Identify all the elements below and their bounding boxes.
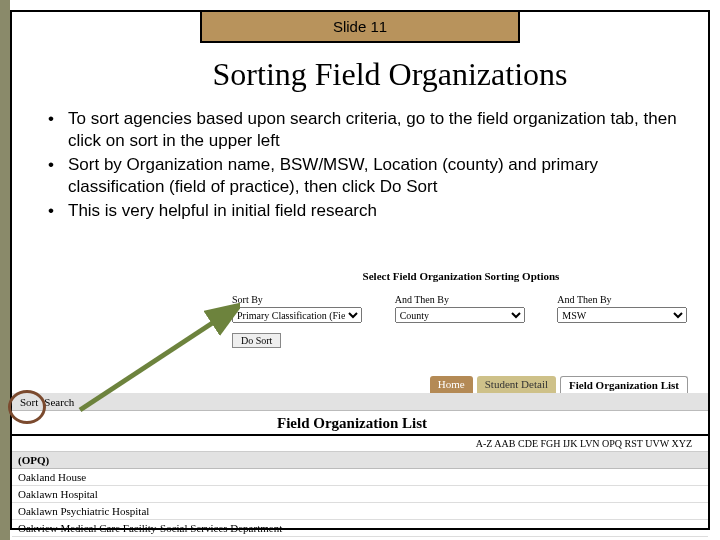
tab-row: Home Student Detail Field Organization L… (12, 376, 708, 393)
field-org-list-block: Home Student Detail Field Organization L… (12, 376, 708, 537)
alpha-index[interactable]: A-Z AAB CDE FGH IJK LVN OPQ RST UVW XYZ (476, 438, 692, 449)
sort-options-panel: Select Field Organization Sorting Option… (232, 270, 690, 348)
do-sort-button[interactable]: Do Sort (232, 333, 281, 348)
and-then-by-label-1: And Then By (395, 294, 528, 305)
org-list-item[interactable]: Oakland House (12, 469, 708, 486)
sort-by-label: Sort By (232, 294, 365, 305)
field-org-list-title: Field Organization List (277, 415, 427, 432)
bullet-item: To sort agencies based upon search crite… (56, 108, 690, 152)
bullet-list: To sort agencies based upon search crite… (56, 108, 690, 224)
alpha-group-header: (OPQ) (12, 452, 708, 469)
sort-panel-heading: Select Field Organization Sorting Option… (232, 270, 690, 282)
and-then-by-select-1[interactable]: County (395, 307, 525, 323)
org-list-item[interactable]: Oaklawn Psychiatric Hospital (12, 503, 708, 520)
tab-field-org-list[interactable]: Field Organization List (560, 376, 688, 393)
org-list-item[interactable]: Oaklawn Hospital (12, 486, 708, 503)
slide-number-label: Slide 11 (200, 10, 520, 43)
action-bar: Sort Search (12, 393, 708, 411)
bullet-item: Sort by Organization name, BSW/MSW, Loca… (56, 154, 690, 198)
tab-student-detail[interactable]: Student Detail (477, 376, 556, 393)
bullet-item: This is very helpful in initial field re… (56, 200, 690, 222)
org-list-item[interactable]: Oakview Medical Care Facility-Social Ser… (12, 520, 708, 537)
sort-by-select[interactable]: Primary Classification (Field of Practic (232, 307, 362, 323)
sort-link[interactable]: Sort (20, 396, 38, 408)
and-then-by-select-2[interactable]: MSW (557, 307, 687, 323)
org-list: Oakland House Oaklawn Hospital Oaklawn P… (12, 469, 708, 537)
search-link[interactable]: Search (44, 396, 74, 408)
slide-title: Sorting Field Organizations (0, 56, 720, 93)
tab-home[interactable]: Home (430, 376, 473, 393)
and-then-by-label-2: And Then By (557, 294, 690, 305)
